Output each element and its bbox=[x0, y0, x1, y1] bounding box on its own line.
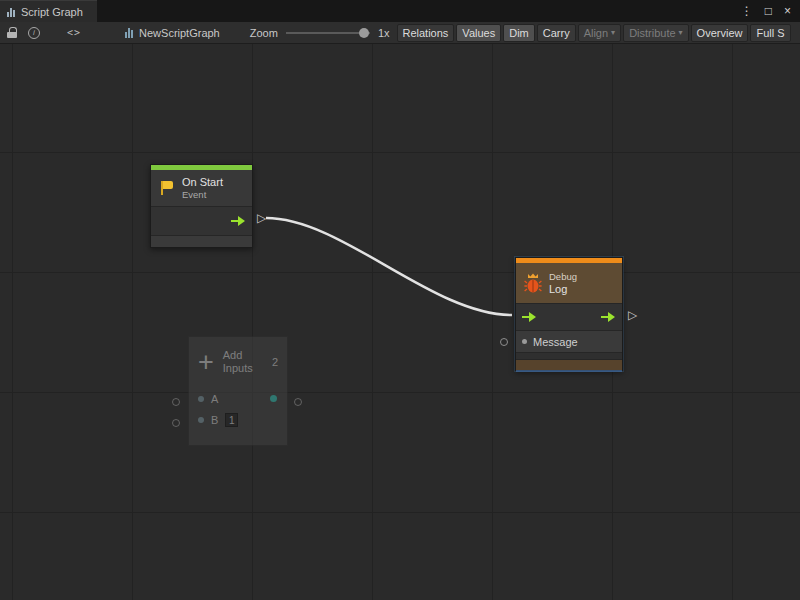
info-icon[interactable]: i bbox=[28, 27, 40, 39]
fullscreen-button[interactable]: Full S bbox=[750, 24, 790, 42]
toolbar-buttons: Relations Values Dim Carry Align ▾ Distr… bbox=[397, 24, 791, 42]
connected-value-dot-icon bbox=[270, 395, 277, 402]
on-start-node[interactable]: On Start Event bbox=[150, 164, 253, 248]
code-icon[interactable]: <> bbox=[67, 27, 81, 38]
input-a-label: A bbox=[211, 393, 218, 405]
zoom-slider[interactable] bbox=[286, 32, 370, 34]
value-dot-icon bbox=[198, 396, 204, 402]
add-inputs-count: 2 bbox=[272, 356, 278, 368]
input-row-a[interactable]: A bbox=[189, 389, 287, 409]
plus-icon: + bbox=[198, 352, 214, 372]
wires-layer bbox=[0, 44, 800, 600]
menu-icon[interactable]: ⋮ bbox=[741, 5, 753, 17]
align-button[interactable]: Align ▾ bbox=[578, 24, 621, 42]
add-inputs-target: Inputs bbox=[223, 362, 253, 375]
message-input-row[interactable]: Message bbox=[516, 330, 622, 352]
message-port-label: Message bbox=[533, 336, 578, 348]
debug-log-output-port[interactable]: ▷ bbox=[628, 309, 637, 321]
on-start-flow-row bbox=[151, 206, 252, 235]
graph-name[interactable]: NewScriptGraph bbox=[139, 27, 220, 39]
on-start-header: On Start Event bbox=[151, 170, 252, 206]
input-b-port[interactable] bbox=[172, 419, 180, 427]
input-a-port[interactable] bbox=[172, 398, 180, 406]
input-b-value-field[interactable]: 1 bbox=[225, 413, 238, 427]
input-row-b[interactable]: B 1 bbox=[189, 409, 287, 431]
debug-log-header: Debug Log bbox=[516, 263, 622, 303]
add-inputs-action: Add bbox=[223, 349, 253, 362]
flag-icon bbox=[159, 180, 175, 196]
graph-name-group: NewScriptGraph bbox=[125, 27, 220, 39]
carry-button[interactable]: Carry bbox=[537, 24, 576, 42]
graph-toolbar: i <> NewScriptGraph Zoom 1x Relations Va… bbox=[0, 22, 800, 44]
zoom-slider-handle[interactable] bbox=[359, 28, 369, 38]
message-value-port[interactable] bbox=[500, 338, 508, 346]
zoom-label: Zoom bbox=[250, 27, 278, 39]
on-start-footer bbox=[151, 235, 252, 247]
on-start-output-port[interactable]: ▷ bbox=[257, 212, 266, 224]
input-b-label: B bbox=[211, 414, 218, 426]
dim-button[interactable]: Dim bbox=[503, 24, 535, 42]
value-dot-icon bbox=[198, 417, 204, 423]
debug-log-node[interactable]: Debug Log Message bbox=[515, 257, 623, 371]
flow-output-arrow-icon bbox=[231, 216, 246, 226]
relations-button[interactable]: Relations bbox=[397, 24, 455, 42]
tab-title: Script Graph bbox=[21, 6, 83, 18]
value-dot-icon bbox=[522, 339, 527, 344]
node-title: On Start bbox=[182, 176, 223, 189]
flow-input-arrow-icon bbox=[522, 312, 537, 322]
titlebar: Script Graph ⋮ □ × bbox=[0, 0, 800, 22]
graph-icon bbox=[7, 7, 15, 17]
align-button-label: Align bbox=[584, 27, 608, 39]
tab-script-graph[interactable]: Script Graph bbox=[0, 0, 97, 22]
dropdown-caret-icon: ▾ bbox=[679, 29, 683, 37]
node-category: Debug bbox=[549, 271, 577, 283]
zoom-value: 1x bbox=[378, 27, 390, 39]
graph-canvas[interactable]: On Start Event ▷ Debug Log bbox=[0, 44, 800, 600]
dropdown-caret-icon: ▾ bbox=[611, 29, 615, 37]
add-inputs-output-port[interactable] bbox=[294, 398, 302, 406]
window-controls: ⋮ □ × bbox=[741, 0, 800, 22]
flow-output-arrow-icon bbox=[601, 312, 616, 322]
close-icon[interactable]: × bbox=[784, 5, 791, 17]
debug-log-footer bbox=[516, 359, 622, 370]
node-title: Log bbox=[549, 283, 577, 296]
bug-icon bbox=[524, 273, 542, 294]
node-subtitle: Event bbox=[182, 189, 223, 201]
distribute-button-label: Distribute bbox=[629, 27, 675, 39]
add-inputs-node[interactable]: + Add Inputs 2 A B 1 bbox=[188, 336, 288, 446]
lock-icon[interactable] bbox=[7, 27, 17, 38]
zoom-control: Zoom 1x bbox=[250, 27, 390, 39]
maximize-icon[interactable]: □ bbox=[765, 5, 772, 17]
script-graph-icon bbox=[125, 28, 133, 38]
wire-on-start-to-log bbox=[266, 218, 512, 315]
overview-button[interactable]: Overview bbox=[691, 24, 749, 42]
distribute-button[interactable]: Distribute ▾ bbox=[623, 24, 688, 42]
add-inputs-header: + Add Inputs 2 bbox=[189, 337, 287, 389]
debug-log-flow-row bbox=[516, 303, 622, 330]
debug-log-spacer bbox=[516, 352, 622, 359]
values-button[interactable]: Values bbox=[456, 24, 501, 42]
